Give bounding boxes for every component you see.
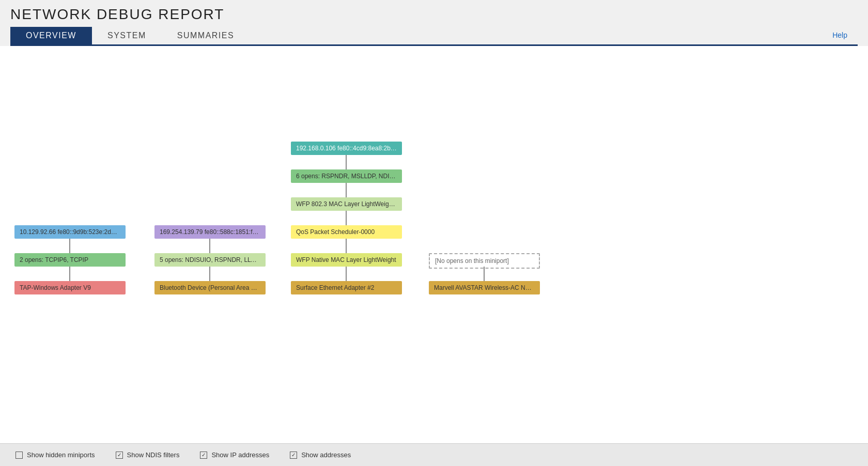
node-opens3[interactable]: 6 opens: RSPNDR, MSLLDP, NDISUIO bbox=[291, 169, 402, 183]
node-opens1[interactable]: 2 opens: TCPIP6, TCPIP bbox=[14, 253, 126, 267]
node-adapter4[interactable]: Marvell AVASTAR Wireless-AC Netw bbox=[429, 281, 540, 294]
tab-summaries[interactable]: Summaries bbox=[162, 27, 250, 44]
footer-label-ip: Show IP addresses bbox=[211, 451, 269, 459]
checkbox-ip[interactable] bbox=[200, 452, 207, 459]
checkbox-ndis[interactable] bbox=[116, 452, 123, 459]
connector bbox=[209, 239, 210, 253]
footer: Show hidden miniports Show NDIS filters … bbox=[0, 443, 868, 466]
network-diagram: 10.129.92.66 fe80::9d9b:523e:2d70:2 2 op… bbox=[10, 61, 858, 371]
connector bbox=[484, 267, 485, 281]
connector bbox=[209, 267, 210, 281]
checkbox-addresses[interactable] bbox=[290, 452, 297, 459]
node-ip3[interactable]: 192.168.0.106 fe80::4cd9:8ea8:2bc0:e bbox=[291, 142, 402, 155]
header: Network Debug Report Overview System Sum… bbox=[0, 0, 868, 46]
nav-tabs: Overview System Summaries Help bbox=[10, 27, 858, 46]
footer-item-ndis[interactable]: Show NDIS filters bbox=[116, 451, 180, 459]
footer-item-ip[interactable]: Show IP addresses bbox=[200, 451, 269, 459]
node-ip2[interactable]: 169.254.139.79 fe80::588c:1851:f711: bbox=[154, 225, 266, 239]
connector bbox=[346, 239, 347, 253]
connector bbox=[346, 183, 347, 197]
tab-system[interactable]: System bbox=[92, 27, 162, 44]
footer-item-addresses[interactable]: Show addresses bbox=[290, 451, 351, 459]
connector bbox=[346, 211, 347, 225]
node-ip1[interactable]: 10.129.92.66 fe80::9d9b:523e:2d70:2 bbox=[14, 225, 126, 239]
node-adapter2[interactable]: Bluetooth Device (Personal Area Net bbox=[154, 281, 266, 294]
node-qos[interactable]: QoS Packet Scheduler-0000 bbox=[291, 225, 402, 239]
footer-item-hidden[interactable]: Show hidden miniports bbox=[16, 451, 95, 459]
connector bbox=[69, 267, 70, 281]
connector bbox=[346, 155, 347, 169]
tab-overview[interactable]: Overview bbox=[10, 27, 92, 44]
node-opens2[interactable]: 5 opens: NDISUIO, RSPNDR, LLTDIO, bbox=[154, 253, 266, 267]
node-filter2[interactable]: WFP Native MAC Layer LightWeight bbox=[291, 253, 402, 267]
footer-label-addresses: Show addresses bbox=[301, 451, 351, 459]
footer-label-hidden: Show hidden miniports bbox=[27, 451, 95, 459]
app-title: Network Debug Report bbox=[10, 6, 858, 23]
footer-label-ndis: Show NDIS filters bbox=[127, 451, 180, 459]
connector bbox=[346, 267, 347, 281]
node-adapter3[interactable]: Surface Ethernet Adapter #2 bbox=[291, 281, 402, 294]
node-adapter1[interactable]: TAP-Windows Adapter V9 bbox=[14, 281, 126, 294]
node-filter1[interactable]: WFP 802.3 MAC Layer LightWeight Fi bbox=[291, 197, 402, 211]
checkbox-hidden[interactable] bbox=[16, 452, 23, 459]
connector bbox=[69, 239, 70, 253]
main-content: 10.129.92.66 fe80::9d9b:523e:2d70:2 2 op… bbox=[0, 46, 868, 443]
help-link[interactable]: Help bbox=[832, 31, 847, 39]
